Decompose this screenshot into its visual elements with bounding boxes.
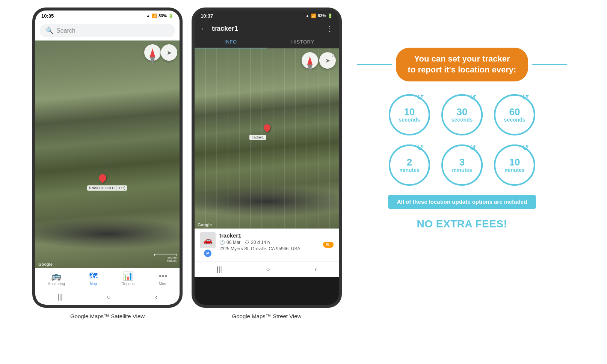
tracker-image: 🚗: [200, 232, 216, 248]
nav-map[interactable]: 🗺 Map: [85, 271, 101, 287]
tab-info-label: INFO: [224, 39, 237, 45]
search-input[interactable]: 🔍 Search: [40, 24, 175, 37]
phones-wrapper: 10:35 ▲ 📶 83% 🔋 🔍 Search: [32, 8, 342, 319]
tab-history[interactable]: HISTORY: [267, 36, 339, 48]
circles-row-2: ↺ 2 minutes ↺ 3 minutes ↺ 10 minutes: [389, 144, 535, 186]
phone1-status-bar: 10:35 ▲ 📶 83% 🔋: [35, 11, 180, 21]
nav-more-label: More: [159, 282, 168, 286]
circle-10m-number: 10: [509, 157, 520, 167]
circle-3m-number: 3: [459, 157, 465, 167]
phone2-back-btn[interactable]: ‹: [307, 264, 324, 275]
back-button[interactable]: ←: [200, 24, 207, 33]
tracker-device-name: tracker1: [219, 232, 319, 239]
phone1-nav: 🚌 Monitoring 🗺 Map 📊 Reports ••• More: [35, 268, 180, 289]
clock-icon: 🕐: [219, 240, 225, 245]
circle-2m-unit: minutes: [399, 167, 420, 173]
arrow-30s: ↺: [468, 92, 477, 103]
arrow-60s: ↺: [520, 92, 530, 103]
google-watermark: Google: [38, 262, 53, 266]
phone1-search-bar: 🔍 Search: [35, 21, 180, 41]
navigate-button[interactable]: ➤: [161, 44, 177, 61]
phone2-home-btn[interactable]: ○: [259, 264, 278, 275]
phone2-compass[interactable]: [302, 52, 318, 69]
nav-reports-label: Reports: [121, 282, 134, 286]
scale-line: [154, 254, 177, 256]
more-icon: •••: [159, 271, 168, 281]
back-btn[interactable]: ‹: [148, 292, 165, 302]
phone2-map[interactable]: ➤ tracker1 Google ∧: [195, 48, 339, 229]
navigate-icon: ➤: [167, 49, 172, 56]
map-icon: 🗺: [89, 271, 97, 281]
scale-text-1: 200 mi: [154, 256, 177, 259]
circle-30s-number: 30: [457, 107, 468, 117]
arrow-10m: ↺: [520, 142, 530, 153]
arrow-10s: ↺: [415, 92, 425, 103]
phone2-caption: Google Maps™ Street View: [232, 313, 302, 319]
phone1-container: 10:35 ▲ 📶 83% 🔋 🔍 Search: [32, 8, 183, 319]
include-banner-text: All of these location update options are…: [397, 199, 527, 205]
phone1-status-icons: ▲ 📶 83% 🔋: [146, 14, 174, 18]
search-icon: 🔍: [46, 27, 53, 34]
phone2: 10:37 ▲ 📶 83% 🔋 ← tracker1 ⋮ INFO: [192, 8, 342, 308]
arrow-3m: ↺: [468, 142, 477, 153]
circle-3m-unit: minutes: [452, 167, 472, 173]
phone1-caption: Google Maps™ Satellite View: [70, 313, 145, 319]
nav-map-label: Map: [89, 282, 97, 286]
scroll-indicator: ∧: [331, 51, 336, 59]
phone2-tabs: INFO HISTORY: [195, 36, 339, 48]
tracker-meta: 🕐 06 Mar ⏱ 20 d 14 h: [219, 240, 319, 245]
phone1: 10:35 ▲ 📶 83% 🔋 🔍 Search: [32, 8, 183, 308]
phone2-status-icons: ▲ 📶 83% 🔋: [305, 14, 333, 18]
nav-monitoring-label: Monitoring: [47, 282, 65, 286]
tracker-date: 🕐 06 Mar: [219, 240, 240, 245]
tab-history-label: HISTORY: [291, 39, 314, 45]
no-fees-text: NO EXTRA FEES!: [417, 218, 507, 230]
compass-arrow-icon: [150, 48, 155, 57]
circle-3m: ↺ 3 minutes: [441, 144, 483, 186]
circles-row-1: ↺ 10 seconds ↺ 30 seconds ↺ 60 seconds: [389, 94, 535, 135]
circle-10s-number: 10: [404, 107, 415, 117]
tracker-address: 2325 Myers St, Oroville, CA 95966, USA: [219, 246, 319, 251]
info-header-box: You can set your trackerto report it's l…: [396, 48, 528, 81]
nav-monitoring[interactable]: 🚌 Monitoring: [44, 271, 69, 287]
tracker-thumb-area: 🚗 P: [200, 232, 216, 257]
phone2-google-watermark: Google: [198, 223, 212, 227]
tracker-label2: tracker1: [249, 135, 266, 140]
arrow-2m: ↺: [415, 142, 425, 153]
more-menu-button[interactable]: ⋮: [326, 24, 334, 33]
phone2-time: 10:37: [201, 13, 213, 19]
compass-button[interactable]: [144, 44, 161, 61]
circle-30s-unit: seconds: [451, 117, 473, 123]
phone2-container: 10:37 ▲ 📶 83% 🔋 ← tracker1 ⋮ INFO: [192, 8, 342, 319]
tab-info[interactable]: INFO: [195, 36, 267, 48]
phone2-navigate-icon: ➤: [325, 57, 330, 64]
search-placeholder: Search: [56, 27, 75, 34]
nav-more[interactable]: ••• More: [155, 271, 171, 287]
circle-10m: ↺ 10 minutes: [494, 144, 535, 186]
scale-text-2: 500 km: [154, 259, 177, 263]
info-header-text: You can set your trackerto report it's l…: [408, 54, 516, 75]
circle-10m-unit: minutes: [504, 167, 525, 173]
parking-badge: P: [204, 250, 211, 257]
satellite-map-image: [35, 41, 180, 268]
tracker-details: tracker1 🕐 06 Mar ⏱ 20 d 14 h 2325 Myers…: [219, 232, 319, 251]
info-panel: You can set your trackerto report it's l…: [349, 23, 575, 248]
phone2-bottom-bar: ||| ○ ‹: [195, 261, 339, 277]
reports-icon: 📊: [123, 271, 133, 281]
tracker-title: tracker1: [212, 25, 322, 33]
circle-2m: ↺ 2 minutes: [389, 144, 430, 186]
tracker-info-panel: 🚗 P tracker1 🕐 06 Mar ⏱ 20 d 14 h: [195, 229, 339, 261]
nav-reports[interactable]: 📊 Reports: [118, 271, 138, 287]
phone1-time: 10:35: [41, 13, 54, 19]
recent-apps-btn[interactable]: |||: [50, 292, 70, 302]
phone2-header: ← tracker1 ⋮: [195, 21, 339, 36]
tracker-time-badge: 5h: [323, 242, 334, 248]
home-btn[interactable]: ○: [100, 292, 119, 302]
tracker-label: iTrack1TE BOLD (0177): [87, 185, 127, 191]
info-header-container: You can set your trackerto report it's l…: [357, 48, 567, 81]
parking-overlay: [195, 48, 339, 229]
phone2-recent-apps-btn[interactable]: |||: [209, 264, 230, 275]
circle-10s-unit: seconds: [399, 117, 420, 123]
circle-2m-number: 2: [407, 157, 412, 167]
phone1-map[interactable]: ➤ iTrack1TE BOLD (0177) Google 200 mi 50…: [35, 41, 180, 268]
